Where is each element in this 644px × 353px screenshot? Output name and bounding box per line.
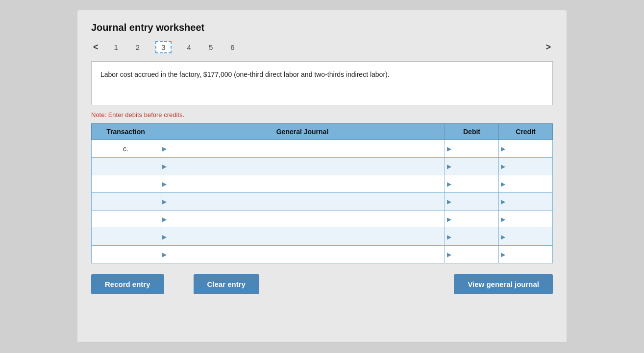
- credit-arrow-icon: ▶: [501, 181, 505, 188]
- row-arrow-icon: ▶: [162, 234, 167, 240]
- credit-input[interactable]: [503, 198, 548, 206]
- credit-input[interactable]: [503, 180, 548, 188]
- transaction-cell: c.: [92, 140, 160, 158]
- header-debit: Debit: [445, 124, 499, 140]
- table-row: ▶▶▶: [92, 228, 553, 246]
- credit-input[interactable]: [503, 145, 548, 153]
- page-3-active[interactable]: 3: [155, 41, 171, 53]
- transaction-cell: [92, 175, 160, 193]
- debit-input[interactable]: [449, 251, 495, 259]
- record-entry-button[interactable]: Record entry: [91, 274, 164, 294]
- table-row: ▶▶▶: [92, 211, 553, 228]
- general-journal-input[interactable]: [164, 233, 441, 241]
- page-1[interactable]: 1: [112, 42, 120, 52]
- debit-arrow-icon: ▶: [447, 181, 451, 188]
- general-journal-input[interactable]: [164, 163, 441, 170]
- header-general-journal: General Journal: [160, 124, 445, 140]
- debit-arrow-icon: ▶: [447, 234, 451, 240]
- worksheet-title: Journal entry worksheet: [91, 22, 553, 33]
- credit-cell[interactable]: ▶: [499, 211, 553, 228]
- general-journal-cell[interactable]: ▶: [160, 140, 445, 158]
- description-text: Labor cost accrued in the factory, $177,…: [100, 71, 390, 78]
- transaction-cell: [92, 193, 160, 211]
- row-arrow-icon: ▶: [162, 198, 167, 205]
- credit-arrow-icon: ▶: [501, 251, 505, 258]
- row-arrow-icon: ▶: [162, 251, 167, 258]
- credit-input[interactable]: [503, 163, 548, 170]
- general-journal-input[interactable]: [164, 251, 441, 259]
- table-row: ▶▶▶: [92, 246, 553, 263]
- row-arrow-icon: ▶: [162, 163, 167, 170]
- credit-cell[interactable]: ▶: [499, 246, 553, 263]
- debit-cell[interactable]: ▶: [445, 140, 499, 158]
- next-page-arrow[interactable]: >: [545, 42, 551, 52]
- debit-cell[interactable]: ▶: [445, 246, 499, 263]
- debit-cell[interactable]: ▶: [445, 211, 499, 228]
- table-row: c.▶▶▶: [92, 140, 553, 158]
- pagination-row: < 1 2 3 4 5 6 >: [91, 41, 553, 53]
- credit-arrow-icon: ▶: [501, 145, 505, 152]
- transaction-cell: [92, 228, 160, 246]
- credit-cell[interactable]: ▶: [499, 140, 553, 158]
- debit-input[interactable]: [449, 145, 495, 153]
- table-row: ▶▶▶: [92, 158, 553, 175]
- journal-worksheet-container: Journal entry worksheet < 1 2 3 4 5 6 > …: [77, 10, 567, 343]
- debit-cell[interactable]: ▶: [445, 158, 499, 175]
- transaction-cell: [92, 158, 160, 175]
- credit-arrow-icon: ▶: [501, 216, 505, 223]
- debit-arrow-icon: ▶: [447, 145, 451, 152]
- credit-cell[interactable]: ▶: [499, 158, 553, 175]
- debit-arrow-icon: ▶: [447, 251, 451, 258]
- credit-arrow-icon: ▶: [501, 234, 505, 240]
- debit-input[interactable]: [449, 180, 495, 188]
- general-journal-cell[interactable]: ▶: [160, 158, 445, 175]
- page-6[interactable]: 6: [228, 42, 236, 52]
- debit-input[interactable]: [449, 163, 495, 170]
- transaction-cell: [92, 211, 160, 228]
- credit-input[interactable]: [503, 233, 548, 241]
- debit-arrow-icon: ▶: [447, 198, 451, 205]
- credit-input[interactable]: [503, 215, 548, 223]
- credit-input[interactable]: [503, 251, 548, 259]
- prev-page-arrow[interactable]: <: [93, 42, 99, 52]
- credit-cell[interactable]: ▶: [499, 175, 553, 193]
- note-text: Note: Enter debits before credits.: [91, 111, 553, 118]
- debit-input[interactable]: [449, 215, 495, 223]
- general-journal-input[interactable]: [164, 215, 441, 223]
- general-journal-input[interactable]: [164, 145, 441, 153]
- debit-cell[interactable]: ▶: [445, 175, 499, 193]
- debit-arrow-icon: ▶: [447, 216, 451, 223]
- clear-entry-button[interactable]: Clear entry: [194, 274, 259, 294]
- debit-input[interactable]: [449, 233, 495, 241]
- general-journal-cell[interactable]: ▶: [160, 193, 445, 211]
- general-journal-input[interactable]: [164, 180, 441, 188]
- general-journal-cell[interactable]: ▶: [160, 211, 445, 228]
- debit-arrow-icon: ▶: [447, 163, 451, 170]
- row-arrow-icon: ▶: [162, 216, 167, 223]
- general-journal-cell[interactable]: ▶: [160, 175, 445, 193]
- general-journal-cell[interactable]: ▶: [160, 228, 445, 246]
- general-journal-input[interactable]: [164, 198, 441, 206]
- general-journal-cell[interactable]: ▶: [160, 246, 445, 263]
- credit-cell[interactable]: ▶: [499, 228, 553, 246]
- buttons-row: Record entry Clear entry View general jo…: [91, 274, 553, 294]
- credit-arrow-icon: ▶: [501, 198, 505, 205]
- credit-arrow-icon: ▶: [501, 163, 505, 170]
- row-arrow-icon: ▶: [162, 145, 167, 152]
- debit-input[interactable]: [449, 198, 495, 206]
- table-row: ▶▶▶: [92, 175, 553, 193]
- row-arrow-icon: ▶: [162, 181, 167, 188]
- header-transaction: Transaction: [92, 124, 160, 140]
- credit-cell[interactable]: ▶: [499, 193, 553, 211]
- debit-cell[interactable]: ▶: [445, 193, 499, 211]
- transaction-cell: [92, 246, 160, 263]
- table-row: ▶▶▶: [92, 193, 553, 211]
- journal-table: Transaction General Journal Debit Credit…: [91, 123, 553, 263]
- page-2[interactable]: 2: [134, 42, 142, 52]
- view-general-journal-button[interactable]: View general journal: [454, 274, 553, 294]
- debit-cell[interactable]: ▶: [445, 228, 499, 246]
- header-credit: Credit: [499, 124, 553, 140]
- page-5[interactable]: 5: [207, 42, 215, 52]
- page-4[interactable]: 4: [185, 42, 193, 52]
- description-box: Labor cost accrued in the factory, $177,…: [91, 61, 553, 105]
